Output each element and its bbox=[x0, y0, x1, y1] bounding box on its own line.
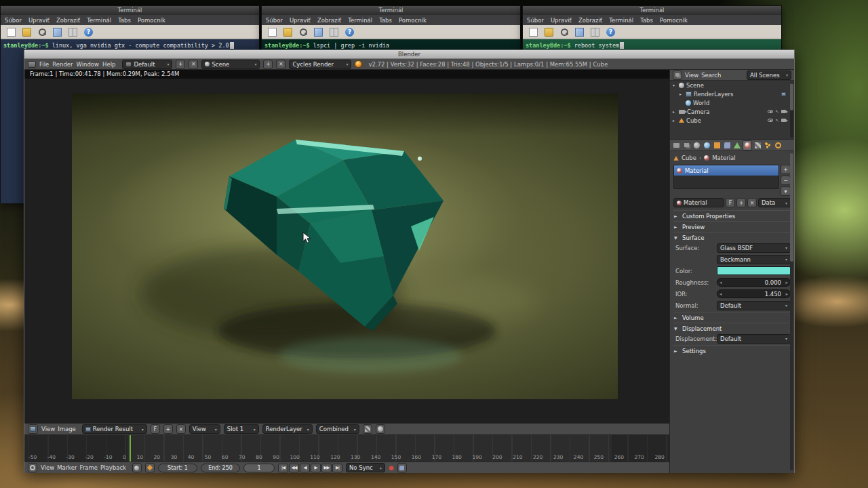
render-visibility-toggle-icon[interactable] bbox=[781, 110, 786, 113]
menu-item[interactable]: Image bbox=[58, 426, 76, 432]
fake-user-button[interactable]: F bbox=[151, 424, 160, 434]
menu-item[interactable]: Tabs bbox=[118, 17, 131, 24]
expand-icon[interactable]: ▸ bbox=[673, 118, 677, 123]
render-layer-selector[interactable]: RenderLayer ▾ bbox=[262, 424, 313, 434]
open-folder-icon[interactable] bbox=[283, 28, 292, 37]
panel-preview[interactable]: ► Preview bbox=[673, 221, 791, 231]
visibility-toggle-icon[interactable] bbox=[768, 119, 773, 122]
tab-render[interactable] bbox=[671, 140, 681, 150]
outliner-item-renderlayers[interactable]: ▸ RenderLayers bbox=[677, 89, 794, 98]
panel-displacement[interactable]: ▼ Displacement bbox=[673, 323, 791, 333]
split-view-icon[interactable] bbox=[591, 28, 599, 37]
playback-button[interactable]: ▶| bbox=[332, 464, 342, 472]
editor-type-icon[interactable] bbox=[673, 70, 682, 80]
tab-particles[interactable] bbox=[763, 140, 772, 150]
menu-item[interactable]: Zobraziť bbox=[56, 17, 80, 24]
screen-layout-selector[interactable]: Default ▾ bbox=[122, 60, 172, 69]
new-document-icon[interactable] bbox=[529, 28, 538, 37]
playback-button[interactable]: ◀◀ bbox=[289, 464, 299, 472]
panel-surface[interactable]: ▼ Surface bbox=[673, 232, 791, 242]
menu-item[interactable]: Upraviť bbox=[551, 17, 572, 24]
terminal-titlebar[interactable]: Terminál bbox=[523, 6, 781, 15]
menu-item[interactable]: Upraviť bbox=[290, 17, 311, 24]
playback-button[interactable]: ▶▶ bbox=[321, 464, 332, 472]
close-scene-button[interactable]: × bbox=[276, 60, 285, 69]
editor-type-icon[interactable] bbox=[28, 61, 36, 68]
terminal-titlebar[interactable]: Terminál bbox=[262, 6, 520, 15]
normal-selector[interactable]: Default ▾ bbox=[717, 301, 791, 310]
menu-item[interactable]: Search bbox=[701, 72, 721, 79]
search-icon[interactable] bbox=[38, 28, 46, 36]
sync-mode-selector[interactable]: No Sync ▾ bbox=[346, 463, 385, 472]
outliner-item-world[interactable]: World bbox=[677, 98, 794, 107]
frame-end-field[interactable]: End: 250 bbox=[201, 464, 240, 472]
menu-item[interactable]: Render bbox=[52, 61, 73, 68]
view-mode-selector[interactable]: View ▾ bbox=[189, 424, 220, 434]
help-icon[interactable]: ? bbox=[606, 28, 615, 37]
search-icon[interactable] bbox=[560, 28, 568, 36]
menu-item[interactable]: Window bbox=[77, 61, 100, 68]
menu-item[interactable]: View bbox=[41, 426, 55, 432]
decrement-icon[interactable]: ◂ bbox=[719, 291, 722, 297]
display-filter-selector[interactable]: All Scenes ▾ bbox=[747, 70, 791, 80]
panel-custom-properties[interactable]: ► Custom Properties bbox=[673, 210, 791, 220]
fullscreen-icon[interactable] bbox=[53, 28, 62, 37]
menu-item[interactable]: Frame bbox=[80, 464, 98, 471]
expand-icon[interactable]: ▾ bbox=[673, 83, 677, 87]
split-view-icon[interactable] bbox=[330, 28, 338, 37]
playback-button[interactable]: ▶ bbox=[311, 464, 321, 472]
menu-item[interactable]: Terminál bbox=[87, 17, 111, 24]
open-folder-icon[interactable] bbox=[545, 28, 553, 37]
draw-channels-alpha-icon[interactable] bbox=[376, 424, 385, 434]
record-icon[interactable]: ● bbox=[389, 464, 394, 471]
fake-user-button[interactable]: F bbox=[726, 198, 735, 207]
tab-render-layers[interactable] bbox=[682, 140, 691, 150]
selectability-toggle-icon[interactable]: ↖ bbox=[775, 109, 779, 115]
frame-start-field[interactable]: Start: 1 bbox=[158, 464, 197, 472]
menu-item[interactable]: Súbor bbox=[266, 17, 283, 24]
properties-panel[interactable]: Cube › Material Material bbox=[670, 140, 794, 473]
menu-item[interactable]: Terminál bbox=[609, 17, 633, 24]
roughness-field[interactable]: ◂ 0.000 ▸ bbox=[717, 278, 791, 287]
menu-item[interactable]: View bbox=[685, 72, 698, 79]
close-layout-button[interactable]: × bbox=[189, 60, 198, 69]
data-link-selector[interactable]: Data ▾ bbox=[758, 198, 791, 207]
remove-slot-button[interactable]: − bbox=[781, 176, 791, 185]
new-document-icon[interactable] bbox=[268, 28, 277, 37]
menu-item[interactable]: View bbox=[41, 464, 54, 471]
tab-object[interactable] bbox=[712, 140, 722, 150]
material-slot-list[interactable]: Material bbox=[673, 165, 779, 189]
outliner-item-camera[interactable]: ▸ Camera ↖ bbox=[670, 107, 794, 116]
menu-item[interactable]: Súbor bbox=[5, 17, 22, 24]
help-icon[interactable]: ? bbox=[84, 28, 93, 37]
outliner-scrollbar[interactable] bbox=[790, 82, 793, 138]
add-image-button[interactable]: + bbox=[163, 424, 173, 434]
ior-field[interactable]: ◂ 1.450 ▸ bbox=[717, 289, 791, 298]
increment-icon[interactable]: ▸ bbox=[785, 291, 788, 297]
menu-item[interactable]: Marker bbox=[57, 464, 77, 471]
increment-icon[interactable]: ▸ bbox=[785, 280, 788, 285]
image-editor-canvas[interactable] bbox=[24, 79, 669, 423]
render-visibility-toggle-icon[interactable] bbox=[781, 119, 786, 122]
new-material-button[interactable]: + bbox=[736, 198, 746, 207]
blender-window[interactable]: Blender FileRenderWindowHelp Default ▾ +… bbox=[24, 49, 795, 473]
render-slot-selector[interactable]: Slot 1 ▾ bbox=[224, 424, 259, 434]
menu-item[interactable]: Terminál bbox=[348, 17, 372, 24]
current-frame-field[interactable]: 1 bbox=[243, 464, 275, 472]
menu-item[interactable]: Pomocník bbox=[399, 17, 427, 24]
render-toggle-icon[interactable] bbox=[781, 92, 786, 96]
menu-item[interactable]: Upraviť bbox=[28, 17, 50, 24]
menu-item[interactable]: Tabs bbox=[640, 17, 653, 24]
menu-item[interactable]: Zobraziť bbox=[317, 17, 341, 24]
image-datablock-selector[interactable]: Render Result ▾ bbox=[82, 424, 147, 434]
keying-set-icon[interactable] bbox=[397, 463, 407, 472]
panel-volume[interactable]: ► Volume bbox=[673, 312, 791, 322]
tab-physics[interactable] bbox=[773, 140, 783, 150]
editor-type-icon[interactable] bbox=[28, 424, 38, 434]
scene-selector[interactable]: Scene ▾ bbox=[201, 60, 260, 69]
panel-settings[interactable]: ► Settings bbox=[673, 345, 791, 355]
render-pass-selector[interactable]: Combined ▾ bbox=[316, 424, 359, 434]
menu-item[interactable]: Zobraziť bbox=[578, 17, 602, 24]
surface-shader-selector[interactable]: Glass BSDF ▾ bbox=[717, 243, 791, 253]
expand-icon[interactable]: ▸ bbox=[679, 92, 684, 96]
